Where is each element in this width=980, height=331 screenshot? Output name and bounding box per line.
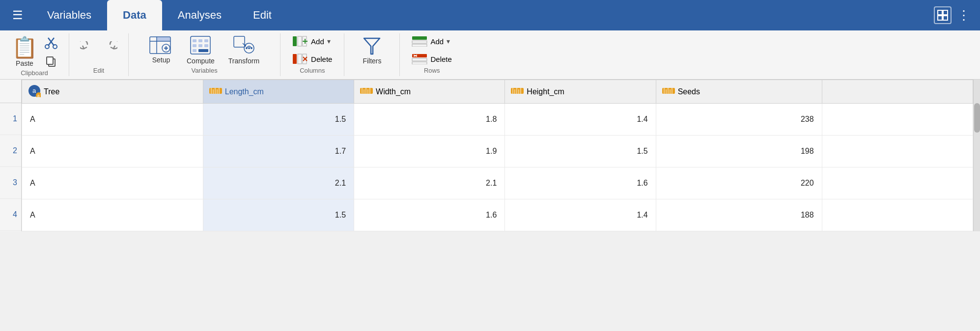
row-numbers: 1 2 3 4 [0,80,22,231]
cell-seeds-3[interactable]: 220 [656,167,822,199]
cell-tree-3[interactable]: A [22,167,203,199]
cut-button[interactable] [41,34,61,52]
filter-content: Filters [352,33,392,67]
row-num-1: 1 [0,103,21,135]
filters-button[interactable]: Filters [356,33,388,67]
svg-text:a: a [32,87,36,94]
svg-rect-47 [412,62,427,64]
svg-rect-43 [412,41,427,43]
col-header-length-cm[interactable]: Length_cm [203,80,354,104]
add-col-dropdown-arrow[interactable]: ▾ [327,37,331,45]
cell-height-3[interactable]: 1.6 [505,167,656,199]
svg-rect-3 [943,16,948,20]
compute-button[interactable]: Compute [182,33,220,67]
table-row: A 1.7 1.9 1.5 198 [22,136,973,167]
scrollbar-track[interactable] [973,80,980,231]
redo-icon [103,41,117,56]
undo-button[interactable] [77,39,98,61]
paste-button[interactable]: 📋 Paste [8,33,41,69]
delete-row-button[interactable]: Delete [408,52,455,66]
clipboard-label: Clipboard [21,69,48,79]
col-header-seeds[interactable]: Seeds [656,80,822,104]
svg-rect-0 [938,10,942,15]
scrollbar-thumb[interactable] [974,103,980,133]
measure-icon-length [209,86,222,97]
svg-point-28 [246,47,248,49]
svg-rect-23 [204,44,208,47]
ribbon-group-edit: Edit [69,33,129,76]
cell-seeds-2[interactable]: 198 [656,136,822,167]
menu-icon[interactable]: ☰ [4,0,31,30]
svg-rect-20 [204,39,208,42]
svg-rect-37 [293,54,297,64]
cell-height-4[interactable]: 1.4 [505,199,656,231]
transform-button[interactable]: Transform [224,33,264,67]
add-column-button[interactable]: Add ▾ [288,34,336,49]
row-num-header [0,80,21,103]
svg-rect-13 [157,37,170,41]
svg-rect-33 [298,36,302,46]
cell-empty-4 [822,199,973,231]
cell-tree-1[interactable]: A [22,104,203,136]
svg-rect-18 [193,39,196,42]
ribbon: 📋 Paste [0,30,980,80]
ribbon-group-columns: Add ▾ Delete Columns [280,33,344,76]
cell-length-1[interactable]: 1.5 [203,104,354,136]
tab-variables[interactable]: Variables [31,0,107,30]
delete-column-button[interactable]: Delete [288,52,336,66]
cell-empty-1 [822,104,973,136]
ribbon-group-rows: Add ▾ Delete Rows [400,33,463,76]
add-row-icon [412,36,427,47]
measure-icon-height [511,86,524,97]
cell-tree-4[interactable]: A [22,199,203,231]
columns-label: Columns [300,67,325,76]
filter-icon [362,35,382,57]
svg-rect-25 [198,49,208,52]
cell-height-2[interactable]: 1.5 [505,136,656,167]
cell-seeds-1[interactable]: 238 [656,104,822,136]
cell-width-4[interactable]: 1.6 [354,199,505,231]
more-options-icon[interactable]: ⋮ [957,8,970,23]
add-col-icon [292,36,308,47]
cell-length-3[interactable]: 2.1 [203,167,354,199]
nav-right-icons: ⋮ [934,0,976,30]
top-nav: ☰ Variables Data Analyses Edit ⋮ [0,0,980,30]
cell-length-2[interactable]: 1.7 [203,136,354,167]
redo-button[interactable] [100,39,120,61]
add-row-button[interactable]: Add ▾ [408,34,455,49]
svg-rect-9 [47,57,53,64]
svg-point-6 [45,45,49,49]
col-header-width-cm[interactable]: Width_cm [354,80,505,104]
setup-button[interactable]: Setup [144,34,178,66]
copy-icon [45,55,57,67]
add-row-dropdown-arrow[interactable]: ▾ [447,37,450,45]
ribbon-group-variables: Setup Compute [129,33,280,76]
cell-length-4[interactable]: 1.5 [203,199,354,231]
table-row: A 2.1 2.1 1.6 220 [22,167,973,199]
compute-icon [190,35,211,57]
cell-width-3[interactable]: 2.1 [354,167,505,199]
svg-rect-46 [412,58,427,61]
row-num-4: 4 [0,199,21,231]
tab-edit[interactable]: Edit [237,0,287,30]
table-row: A 1.5 1.8 1.4 238 [22,104,973,136]
tab-analyses[interactable]: Analyses [162,0,237,30]
col-header-height-cm[interactable]: Height_cm [505,80,656,104]
rows-buttons: Add ▾ Delete [408,33,455,67]
copy-button[interactable] [41,54,61,69]
col-header-tree[interactable]: a a Tree [22,80,203,104]
edit-label: Edit [93,67,104,76]
cell-width-1[interactable]: 1.8 [354,104,505,136]
svg-rect-26 [234,36,245,47]
col-header-empty [822,80,973,104]
cell-seeds-4[interactable]: 188 [656,199,822,231]
del-col-icon [292,54,308,64]
cell-width-2[interactable]: 1.9 [354,136,505,167]
variables-buttons: Setup Compute [144,33,264,67]
cell-height-1[interactable]: 1.4 [505,104,656,136]
cell-tree-2[interactable]: A [22,136,203,167]
svg-rect-2 [938,16,942,20]
layout-icon[interactable] [934,6,952,24]
edit-buttons [77,33,120,67]
tab-data[interactable]: Data [107,0,162,30]
